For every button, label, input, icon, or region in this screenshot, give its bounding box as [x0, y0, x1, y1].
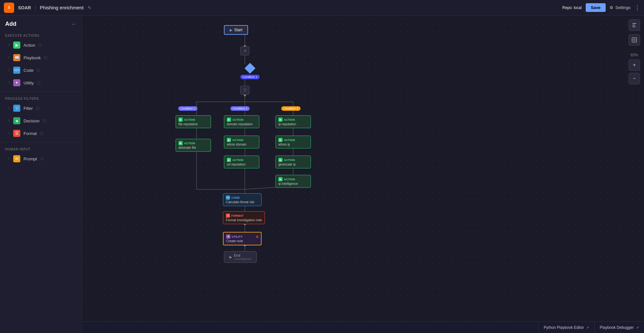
node-whois-domain[interactable]: ▶ ACTION whois domain	[224, 136, 259, 148]
drag-handle: ⠿	[8, 119, 10, 123]
warning-icon: ⚠	[256, 235, 258, 238]
section-execute-actions: EXECUTE ACTIONS	[0, 31, 82, 39]
splunk-logo: S	[4, 3, 14, 13]
sidebar-item-utility[interactable]: ⠿ ✦ Utility ⓘ	[3, 77, 79, 89]
drag-handle: ⠿	[8, 157, 10, 161]
end-node-sublabel: Unconfigured	[234, 257, 251, 261]
zoom-level: 65%	[630, 53, 638, 57]
expand-debugger-icon: ⤢	[636, 326, 639, 329]
node-detonate-file[interactable]: ▶ ACTION detonate file	[176, 139, 211, 152]
code-icon: </>	[13, 67, 20, 74]
sidebar-item-filter[interactable]: ⠿ ▽ Filter ⓘ	[3, 102, 79, 114]
expand-python-icon: ⤢	[587, 326, 589, 329]
canvas-tools: 65% + −	[629, 19, 640, 84]
sidebar: Add ← EXECUTE ACTIONS ⠿ ▶ Action ⓘ ⠿ 📖 P…	[0, 15, 82, 333]
sidebar-item-code[interactable]: ⠿ </> Code ⓘ	[3, 64, 79, 76]
edit-icon[interactable]: ✎	[88, 5, 91, 10]
more-menu-icon[interactable]: ⋮	[634, 4, 640, 11]
node-create-note[interactable]: ✦ UTILITY ⚠ Create note	[223, 232, 262, 245]
zoom-in-button[interactable]: +	[629, 59, 640, 71]
bottom-bar: Python Playbook Editor ⤢ Playbook Debugg…	[82, 321, 644, 333]
settings-button[interactable]: ⚙ Settings	[610, 5, 630, 10]
playbook-debugger-label: Playbook Debugger	[600, 325, 634, 330]
action-label: Action	[24, 43, 35, 48]
prompt-icon: ✉	[13, 155, 20, 162]
start-node-label: Start	[234, 28, 242, 32]
condition1-branch-label: Condition 1	[178, 106, 197, 111]
settings-icon: ⚙	[610, 5, 613, 10]
playbook-debugger-button[interactable]: Playbook Debugger ⤢	[594, 322, 644, 333]
svg-rect-23	[632, 25, 635, 25]
svg-rect-24	[632, 26, 636, 27]
filter-icon: ▽	[13, 105, 20, 112]
condition1-node[interactable]: Condition 1	[240, 64, 260, 79]
action-info-icon[interactable]: ⓘ	[38, 43, 42, 48]
end-node-icon: ▶	[229, 255, 232, 259]
start-node-icon: ▶	[230, 28, 232, 32]
decision-label: Decision	[24, 119, 40, 123]
node-url-reputation[interactable]: ▶ ACTION url reputation	[224, 156, 259, 168]
code-label: Code	[24, 68, 34, 73]
save-button[interactable]: Save	[586, 3, 606, 12]
filter-flow-node[interactable]: ▽	[240, 86, 249, 95]
condition2-branch-label: Condition 2	[230, 106, 250, 111]
node-whois-ip[interactable]: ▶ ACTION whois ip	[275, 136, 311, 148]
drag-handle: ⠿	[8, 107, 10, 110]
svg-rect-26	[633, 39, 636, 41]
node-calculate-threat-risk[interactable]: </> CODE Calculate threat risk	[223, 193, 262, 206]
section-process-filters: PROCESS FILTERS	[0, 94, 82, 102]
python-editor-label: Python Playbook Editor	[544, 325, 584, 330]
fit-to-screen-button[interactable]	[629, 34, 640, 46]
playbook-info-icon[interactable]: ⓘ	[44, 55, 47, 60]
header: S SOAR | Phishing enrichment ✎ Repo: loc…	[0, 0, 644, 15]
drag-handle: ⠿	[8, 132, 10, 135]
decision-info-icon[interactable]: ⓘ	[43, 119, 46, 123]
svg-rect-22	[632, 23, 636, 24]
sidebar-item-format[interactable]: ⠿ ☰ Format ⓘ	[3, 127, 79, 139]
sidebar-title: Add ←	[0, 21, 82, 31]
utility-icon: ✦	[13, 79, 20, 86]
playbook-icon: 📖	[13, 54, 20, 61]
end-node[interactable]: ▶ End Unconfigured	[224, 251, 257, 263]
python-editor-button[interactable]: Python Playbook Editor ⤢	[538, 322, 594, 333]
zoom-out-button[interactable]: −	[629, 73, 640, 84]
filter-label: Filter	[24, 106, 33, 111]
page-title: Phishing enrichment	[40, 5, 84, 10]
code-info-icon[interactable]: ⓘ	[37, 68, 40, 73]
drag-handle: ⠿	[8, 56, 10, 60]
sidebar-item-action[interactable]: ⠿ ▶ Action ⓘ	[3, 39, 79, 51]
playbook-label: Playbook	[24, 55, 41, 60]
node-geolocate-ip[interactable]: ▶ ACTION geolocate ip	[275, 156, 311, 168]
node-file-reputation[interactable]: ▶ ACTION file reputation	[176, 115, 211, 128]
utility-info-icon[interactable]: ⓘ	[37, 81, 41, 85]
soar-label: SOAR	[18, 5, 31, 10]
drag-handle: ⠿	[8, 81, 10, 85]
share-node[interactable]: ⇗	[240, 46, 249, 55]
end-node-label: End	[234, 253, 251, 257]
node-ip-reputation[interactable]: ▶ ACTION ip reputation	[275, 115, 311, 128]
sidebar-back-button[interactable]: ←	[72, 21, 77, 27]
prompt-label: Prompt	[24, 157, 37, 161]
drag-handle: ⠿	[8, 69, 10, 72]
node-ip-intelligence[interactable]: ▶ ACTION ip intelligence	[275, 175, 311, 188]
format-info-icon[interactable]: ⓘ	[40, 131, 43, 136]
alignment-tool-button[interactable]	[629, 19, 640, 31]
utility-label: Utility	[24, 81, 34, 85]
node-format-investigation[interactable]: ☰ FORMAT Format investigation note	[223, 211, 265, 224]
start-node[interactable]: ▶ Start	[224, 25, 248, 35]
node-domain-reputation[interactable]: ▶ ACTION domain reputation	[224, 115, 259, 128]
action-icon: ▶	[13, 42, 20, 49]
repo-label: Repo: local	[562, 5, 582, 10]
drag-handle: ⠿	[8, 43, 10, 47]
sidebar-item-playbook[interactable]: ⠿ 📖 Playbook ⓘ	[3, 52, 79, 64]
sidebar-item-decision[interactable]: ⠿ ◈ Decision ⓘ	[3, 115, 79, 127]
decision-icon: ◈	[13, 117, 20, 124]
prompt-info-icon[interactable]: ⓘ	[40, 157, 44, 161]
sidebar-item-prompt[interactable]: ⠿ ✉ Prompt ⓘ	[3, 153, 79, 165]
section-human-input: HUMAN INPUT	[0, 145, 82, 152]
filter-info-icon[interactable]: ⓘ	[36, 106, 40, 111]
format-label: Format	[24, 131, 37, 136]
condition3-branch-label: Condition 3	[281, 106, 301, 111]
format-icon: ☰	[13, 130, 20, 137]
flow-canvas[interactable]: ▶ Start ⇗ Condition 1 ▽ Condition 1 Cond…	[82, 15, 644, 333]
